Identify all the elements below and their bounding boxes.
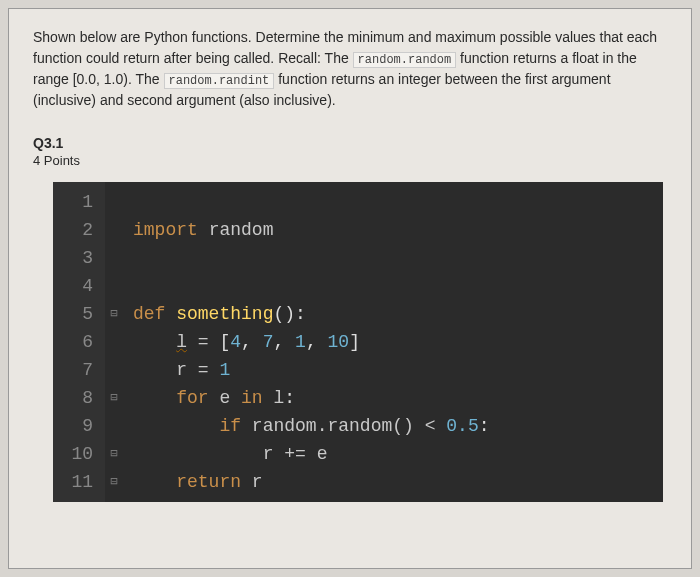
var-r: r — [176, 360, 187, 380]
question-points: 4 Points — [33, 153, 667, 168]
parens: (): — [273, 304, 305, 324]
inline-code-random-randint: random.randint — [164, 73, 275, 89]
op-lt: < — [414, 416, 446, 436]
fold-marker[interactable]: ⊟ — [105, 300, 123, 328]
line-number: 4 — [63, 272, 93, 300]
num-1: 1 — [219, 360, 230, 380]
colon: : — [284, 388, 295, 408]
fold-marker[interactable]: ⊟ — [105, 384, 123, 412]
line-number: 3 — [63, 244, 93, 272]
code-block: 1 2 3 4 5 6 7 8 9 10 11 ⊟ ⊟ ⊟ ⊟ — [53, 182, 663, 502]
fold-column: ⊟ ⊟ ⊟ ⊟ — [105, 182, 123, 502]
line-number: 6 — [63, 328, 93, 356]
var-r: r — [252, 472, 263, 492]
line-number-gutter: 1 2 3 4 5 6 7 8 9 10 11 — [53, 182, 105, 502]
inline-code-random-random: random.random — [353, 52, 457, 68]
fold-marker — [105, 188, 123, 216]
code-line — [133, 244, 490, 272]
keyword-return: return — [176, 472, 241, 492]
keyword-in: in — [241, 388, 263, 408]
keyword-import: import — [133, 220, 198, 240]
list-literal: [4, 7, 1, 10] — [219, 332, 360, 352]
var-e: e — [317, 444, 328, 464]
code-line: for e in l: — [133, 384, 490, 412]
line-number: 1 — [63, 188, 93, 216]
code-line: import random — [133, 216, 490, 244]
code-line: return r — [133, 468, 490, 496]
line-number: 10 — [63, 440, 93, 468]
fold-marker — [105, 328, 123, 356]
fold-marker[interactable]: ⊟ — [105, 468, 123, 496]
colon: : — [479, 416, 490, 436]
keyword-def: def — [133, 304, 165, 324]
fold-marker[interactable]: ⊟ — [105, 440, 123, 468]
fold-marker — [105, 412, 123, 440]
module-random: random — [209, 220, 274, 240]
fold-marker — [105, 244, 123, 272]
var-l: l — [176, 332, 187, 352]
code-line — [133, 272, 490, 300]
code-line: l = [4, 7, 1, 10] — [133, 328, 490, 356]
keyword-if: if — [219, 416, 241, 436]
fold-marker — [105, 216, 123, 244]
line-number: 11 — [63, 468, 93, 496]
fold-marker — [105, 356, 123, 384]
line-number: 2 — [63, 216, 93, 244]
question-page: Shown below are Python functions. Determ… — [8, 8, 692, 569]
question-number: Q3.1 — [33, 135, 667, 151]
fold-marker — [105, 272, 123, 300]
op-eq: = — [187, 360, 219, 380]
code-lines: import random def something(): l = [4, 7… — [123, 182, 500, 502]
code-line: r += e — [133, 440, 490, 468]
code-line — [133, 188, 490, 216]
op-eq: = — [187, 332, 219, 352]
function-name: something — [176, 304, 273, 324]
line-number: 9 — [63, 412, 93, 440]
line-number: 8 — [63, 384, 93, 412]
code-line: def something(): — [133, 300, 490, 328]
var-e: e — [219, 388, 230, 408]
code-line: r = 1 — [133, 356, 490, 384]
instructions-text: Shown below are Python functions. Determ… — [33, 27, 667, 111]
question-header: Q3.1 4 Points — [33, 135, 667, 168]
line-number: 7 — [63, 356, 93, 384]
code-line: if random.random() < 0.5: — [133, 412, 490, 440]
var-r: r — [263, 444, 274, 464]
num-half: 0.5 — [446, 416, 478, 436]
keyword-for: for — [176, 388, 208, 408]
random-call: random.random() — [252, 416, 414, 436]
var-l-ref: l — [273, 388, 284, 408]
op-pluseq: += — [273, 444, 316, 464]
line-number: 5 — [63, 300, 93, 328]
